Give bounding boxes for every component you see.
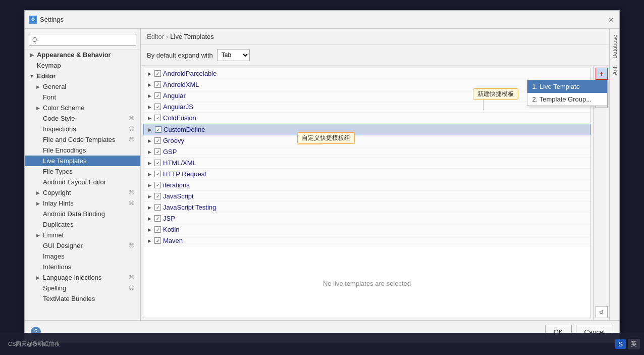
group-iterations[interactable]: ▶ iterations xyxy=(143,180,591,191)
expand-arrow-emmet: ▶ xyxy=(35,232,41,238)
cb-jt[interactable] xyxy=(154,204,161,211)
cb-gr[interactable] xyxy=(154,137,161,144)
sidebar-item-copyright[interactable]: ▶ Copyright ⌘ xyxy=(25,187,140,198)
sidebar-item-editor[interactable]: ▼ Editor xyxy=(25,71,140,81)
right-toolbar: + 1. Live Template 2. Template Group... … xyxy=(593,66,609,320)
search-input[interactable] xyxy=(29,34,136,46)
sidebar-item-lang-injections[interactable]: ▶ Language Injections ⌘ xyxy=(25,272,140,283)
sidebar-item-code-style[interactable]: Code Style ⌘ xyxy=(25,113,140,124)
dropdown-template-group[interactable]: 2. Template Group... xyxy=(527,93,607,106)
group-http-request[interactable]: ▶ HTTP Request xyxy=(143,169,591,180)
group-htmlxml[interactable]: ▶ HTML/XML xyxy=(143,158,591,169)
cb-cf[interactable] xyxy=(154,115,161,121)
restore-button[interactable]: ↺ xyxy=(596,306,608,318)
group-maven[interactable]: ▶ Maven xyxy=(143,235,591,246)
sidebar-label-general: General xyxy=(43,83,66,90)
sidebar-item-android-layout[interactable]: Android Layout Editor xyxy=(25,177,140,187)
sidebar: ▶ Appearance & Behavior Keymap ▼ Editor … xyxy=(25,29,141,320)
group-gsp[interactable]: ▶ GSP xyxy=(143,146,591,158)
sidebar-item-file-types[interactable]: File Types xyxy=(25,166,140,177)
search-box xyxy=(25,31,140,49)
sidebar-item-inspections[interactable]: Inspections ⌘ xyxy=(25,124,140,134)
cb-kt[interactable] xyxy=(154,226,161,233)
input-method-lang[interactable]: 英 xyxy=(628,339,640,349)
name-it: iterations xyxy=(163,181,190,189)
sidebar-item-font[interactable]: Font xyxy=(25,92,140,103)
group-jsp[interactable]: ▶ JSP xyxy=(143,213,591,224)
cb-jsp[interactable] xyxy=(154,215,161,222)
expand-arrow-keymap xyxy=(29,63,35,69)
sidebar-item-file-encodings[interactable]: File Encodings xyxy=(25,145,140,156)
sidebar-item-appearance[interactable]: ▶ Appearance & Behavior xyxy=(25,49,140,60)
main-panel: Editor › Live Templates By default expan… xyxy=(141,29,609,320)
sidebar-label-inlay: Inlay Hints xyxy=(43,199,74,207)
side-tab-database[interactable]: Database xyxy=(611,31,619,63)
dialog-body: ▶ Appearance & Behavior Keymap ▼ Editor … xyxy=(25,29,619,320)
shortcut-fct: ⌘ xyxy=(129,136,134,143)
add-button[interactable]: + xyxy=(596,68,608,80)
side-tab-ant[interactable]: Ant xyxy=(611,63,619,79)
sidebar-item-general[interactable]: ▶ General xyxy=(25,81,140,92)
sidebar-label-fe: File Encodings xyxy=(43,146,86,154)
cb-mv[interactable] xyxy=(154,237,161,244)
add-dropdown: 1. Live Template 2. Template Group... xyxy=(527,80,608,106)
group-javascript[interactable]: ▶ JavaScript xyxy=(143,191,591,202)
cb-ang[interactable] xyxy=(154,92,161,99)
cb-js[interactable] xyxy=(154,193,161,199)
settings-dialog: ⚙ Settings ✕ ▶ Appearance & Behavior Key… xyxy=(24,10,620,343)
close-button[interactable]: ✕ xyxy=(607,16,615,24)
name-jsp: JSP xyxy=(163,215,175,222)
sidebar-item-spelling[interactable]: Spelling ⌘ xyxy=(25,283,140,293)
no-selection-message: No live templates are selected xyxy=(143,280,591,287)
group-kotlin[interactable]: ▶ Kotlin xyxy=(143,224,591,235)
group-coldfusion[interactable]: ▶ ColdFusion xyxy=(143,113,591,124)
arrow-hr: ▶ xyxy=(146,171,152,177)
arrow-it: ▶ xyxy=(146,182,152,188)
name-cf: ColdFusion xyxy=(163,114,196,122)
cb-hr[interactable] xyxy=(154,171,161,177)
cb-gsp[interactable] xyxy=(154,148,161,155)
cb-ajs[interactable] xyxy=(154,104,161,110)
annotation-new-label: 新建快捷模板 xyxy=(473,88,518,100)
sidebar-label-lang: Language Injections xyxy=(43,274,101,281)
sidebar-item-android-data[interactable]: Android Data Binding xyxy=(25,209,140,219)
cb-ax[interactable] xyxy=(154,81,161,88)
expand-select[interactable]: Tab Enter Space xyxy=(217,49,250,61)
input-method-container: S 英 xyxy=(615,339,640,349)
sidebar-item-keymap[interactable]: Keymap xyxy=(25,60,140,71)
arrow-hx: ▶ xyxy=(146,160,152,166)
input-method-s[interactable]: S xyxy=(615,339,626,349)
dropdown-live-template[interactable]: 1. Live Template xyxy=(527,80,607,93)
group-androidxml[interactable]: ▶ AndroidXML xyxy=(143,79,591,90)
cb-it[interactable] xyxy=(154,182,161,188)
group-javascript-testing[interactable]: ▶ JavaScript Testing xyxy=(143,202,591,213)
group-customdefine[interactable]: ▶ CustomDefine xyxy=(143,124,591,135)
group-groovy[interactable]: ▶ Groovy xyxy=(143,135,591,146)
spacer-dup xyxy=(35,222,41,228)
sidebar-item-textmate[interactable]: TextMate Bundles xyxy=(25,293,140,304)
sidebar-item-inlay-hints[interactable]: ▶ Inlay Hints ⌘ xyxy=(25,198,140,209)
arrow-ajs: ▶ xyxy=(146,104,152,110)
spacer-fct xyxy=(35,137,41,143)
cb-cd[interactable] xyxy=(155,126,162,133)
sidebar-item-emmet[interactable]: ▶ Emmet xyxy=(25,230,140,240)
group-android-parcelable[interactable]: ▶ AndroidParcelable xyxy=(143,68,591,79)
sidebar-label-intentions: Intentions xyxy=(43,263,71,271)
sidebar-item-live-templates[interactable]: Live Templates xyxy=(25,156,140,166)
group-angular[interactable]: ▶ Angular xyxy=(143,90,591,102)
cb-ap[interactable] xyxy=(154,70,161,77)
shortcut-spelling: ⌘ xyxy=(129,285,134,291)
sidebar-item-images[interactable]: Images xyxy=(25,251,140,262)
sidebar-item-file-code-templates[interactable]: File and Code Templates ⌘ xyxy=(25,134,140,145)
sidebar-item-color-scheme[interactable]: ▶ Color Scheme xyxy=(25,103,140,113)
group-angularjs[interactable]: ▶ AngularJS xyxy=(143,102,591,113)
sidebar-item-gui-designer[interactable]: GUI Designer ⌘ xyxy=(25,240,140,251)
sidebar-item-duplicates[interactable]: Duplicates xyxy=(25,219,140,230)
expand-arrow-copyright: ▶ xyxy=(35,190,41,196)
breadcrumb: Editor › Live Templates xyxy=(141,29,609,45)
desktop: ⚙ Settings ✕ ▶ Appearance & Behavior Key… xyxy=(0,0,644,355)
sidebar-item-intentions[interactable]: Intentions xyxy=(25,262,140,272)
cb-hx[interactable] xyxy=(154,160,161,166)
taskbar-user[interactable]: CS同天@黎明眠前夜 xyxy=(4,335,64,353)
content-area: ▶ AndroidParcelable ▶ AndroidXML xyxy=(141,66,609,320)
